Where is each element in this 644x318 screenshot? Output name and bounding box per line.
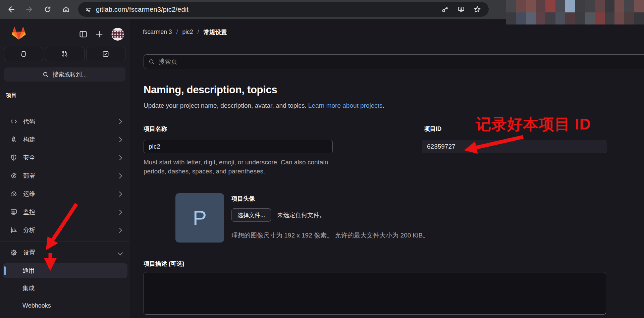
chevron-right-icon [117, 173, 122, 178]
active-indicator [4, 266, 6, 275]
sidebar-item-operate[interactable]: 运维 [0, 187, 130, 201]
breadcrumb-separator: / [198, 29, 199, 36]
monitor-icon [10, 208, 17, 216]
sidebar-item-label: 代码 [23, 117, 35, 125]
sidebar-shortcuts [4, 47, 125, 61]
main-content: fscarmen 3 / pic2 / 常规设置 Naming, descrip… [130, 19, 644, 318]
search-or-go-to-label: 搜索或转到... [52, 70, 87, 78]
todo-check-icon [102, 50, 109, 58]
choose-file-button[interactable]: 选择文件... [231, 208, 271, 222]
breadcrumb-group-link[interactable]: fscarmen 3 [143, 29, 172, 36]
project-name-input[interactable] [144, 140, 333, 153]
shield-icon [10, 154, 17, 161]
create-new-plus-icon[interactable] [95, 30, 104, 39]
sidebar-item-label: 安全 [23, 154, 35, 162]
cloud-icon [10, 190, 17, 198]
sidebar-item-label: 集成 [22, 284, 35, 292]
browser-home-button[interactable] [59, 0, 73, 19]
sidebar-item-monitor[interactable]: 监控 [0, 205, 130, 219]
arrow-right-icon [25, 5, 34, 13]
sidebar-item-label: Webhooks [22, 302, 51, 309]
sidebar-item-general[interactable]: 通用 [3, 263, 127, 278]
no-file-selected-text: 未选定任何文件。 [277, 211, 325, 219]
home-icon [62, 5, 70, 13]
project-id-label: 项目ID [424, 125, 442, 133]
merge-request-icon [61, 50, 68, 58]
search-icon [43, 71, 49, 78]
reload-icon [44, 5, 52, 13]
breadcrumb-project-link[interactable]: pic2 [182, 29, 193, 36]
issues-icon [20, 50, 28, 58]
sidebar-item-analyze[interactable]: 分析 [0, 223, 130, 237]
section-title: Naming, description, topics [144, 84, 277, 96]
section-intro: Update your project name, description, a… [144, 102, 384, 109]
arrow-left-icon [7, 5, 15, 13]
breadcrumb-separator: / [176, 29, 178, 36]
intro-text: Update your project name, description, a… [144, 102, 307, 109]
gitlab-logo[interactable] [11, 26, 26, 42]
user-avatar[interactable] [111, 28, 124, 41]
search-or-go-to[interactable]: 搜索或转到... [4, 67, 125, 82]
gitlab-app: 搜索或转到... 项目 代码 构建 安全 [0, 19, 644, 318]
project-avatar-letter: P [193, 206, 207, 230]
chevron-right-icon [117, 119, 122, 124]
sidebar-item-webhooks[interactable]: Webhooks [3, 298, 127, 313]
project-id-input[interactable] [422, 140, 606, 153]
sidebar-item-build[interactable]: 构建 [0, 132, 130, 147]
search-icon [149, 59, 155, 65]
chevron-right-icon [117, 137, 122, 142]
passwords-key-icon[interactable] [441, 5, 449, 13]
browser-reload-button[interactable] [40, 0, 55, 19]
issues-shortcut-button[interactable] [4, 47, 43, 61]
sidebar-item-label: 构建 [23, 136, 35, 144]
project-avatar-label: 项目头像 [231, 195, 255, 203]
chevron-right-icon [117, 209, 122, 215]
sidebar-item-integrations[interactable]: 集成 [3, 281, 127, 296]
sidebar-item-secure[interactable]: 安全 [0, 150, 130, 165]
settings-search-input[interactable] [158, 58, 644, 66]
chevron-right-icon [117, 227, 122, 233]
project-name-help: Must start with letter, digit, emoji, or… [144, 158, 340, 176]
settings-search-box[interactable] [144, 54, 644, 69]
url-text: gitlab.com/fscarmen3/pic2/edit [96, 6, 189, 13]
breadcrumb: fscarmen 3 / pic2 / 常规设置 [143, 19, 227, 45]
project-avatar-preview: P [175, 193, 224, 243]
install-app-icon[interactable] [457, 5, 465, 13]
rocket-icon [10, 136, 17, 143]
browser-forward-button[interactable] [22, 0, 37, 19]
breadcrumb-current-page: 常规设置 [203, 28, 227, 36]
chevron-down-icon [118, 250, 123, 255]
address-bar[interactable]: gitlab.com/fscarmen3/pic2/edit [78, 2, 489, 17]
intro-period: . [383, 102, 384, 109]
todos-shortcut-button[interactable] [86, 47, 125, 61]
sidebar-item-label: 设置 [23, 249, 35, 257]
deploy-icon [10, 172, 17, 179]
chart-icon [10, 226, 17, 234]
gear-icon [10, 249, 17, 256]
sidebar-item-label: 通用 [22, 267, 35, 275]
avatar-help: 理想的图像尺寸为 192 x 192 像素。 允许的最大文件大小为 200 Ki… [231, 231, 429, 240]
screenshot-root: gitlab.com/fscarmen3/pic2/edit [0, 0, 644, 318]
sidebar-toggle-icon[interactable] [79, 30, 88, 39]
avatar-file-row: 选择文件... 未选定任何文件。 [231, 208, 325, 222]
code-icon [10, 118, 17, 125]
sidebar-item-label: 监控 [23, 208, 35, 216]
sidebar-item-label: 运维 [23, 190, 35, 198]
sidebar-item-label: 分析 [23, 226, 35, 234]
bookmark-star-icon[interactable] [473, 5, 481, 13]
sidebar-item-settings[interactable]: 设置 [0, 245, 130, 260]
divider [0, 242, 130, 242]
project-description-input[interactable] [144, 272, 606, 315]
site-settings-icon[interactable] [85, 6, 92, 13]
sidebar: 搜索或转到... 项目 代码 构建 安全 [0, 19, 130, 318]
browser-back-button[interactable] [4, 0, 18, 19]
sidebar-section-label: 项目 [6, 92, 16, 99]
merge-requests-shortcut-button[interactable] [45, 47, 84, 61]
project-name-label: 项目名称 [144, 125, 167, 133]
chevron-right-icon [117, 155, 122, 160]
divider [0, 105, 130, 105]
chevron-right-icon [117, 191, 122, 197]
sidebar-item-deploy[interactable]: 部署 [0, 168, 130, 183]
sidebar-item-code[interactable]: 代码 [0, 114, 130, 129]
learn-more-link[interactable]: Learn more about projects [308, 102, 383, 109]
